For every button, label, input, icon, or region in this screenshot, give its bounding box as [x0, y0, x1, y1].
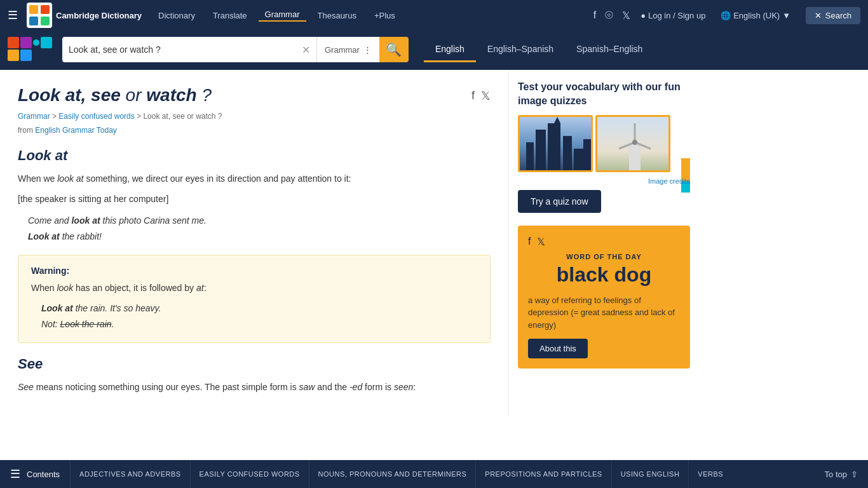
wotd-label: WORD OF THE DAY [528, 253, 680, 261]
nav-thesaurus[interactable]: Thesaurus [311, 11, 363, 20]
search-bar-section: ✕ Grammar ⋮ 🔍 English English–Spanish Sp… [0, 30, 868, 70]
warning-box: Warning: When look has an object, it is … [18, 255, 491, 343]
breadcrumb: Grammar > Easily confused words > Look a… [18, 112, 491, 121]
breadcrumb-grammar[interactable]: Grammar [18, 112, 50, 121]
language-selector[interactable]: 🌐 English (UK) ▼ [721, 11, 790, 20]
section-look-at-title: Look at [18, 147, 491, 164]
quiz-box: Test your vocabulary with our fun image … [518, 80, 690, 213]
wotd-definition: a way of referring to feelings of depres… [528, 294, 680, 332]
quiz-image-windmill [595, 115, 670, 172]
grammar-today-link[interactable]: English Grammar Today [35, 126, 117, 135]
wotd-word: black dog [528, 263, 680, 287]
magnifier-icon: 🔍 [386, 42, 402, 57]
decorative-color-blocks [8, 37, 56, 62]
svg-rect-9 [563, 136, 572, 172]
svg-rect-7 [548, 123, 560, 172]
see-section: See See means noticing something using o… [18, 356, 491, 394]
hamburger-menu-icon[interactable]: ☰ [8, 8, 18, 22]
dictionary-tabs: English English–Spanish Spanish–English [424, 37, 654, 62]
svg-rect-1 [41, 5, 50, 14]
example-1: Come and look at this photo Carina sent … [28, 213, 491, 229]
logo[interactable]: Cambridge Dictionary [27, 3, 142, 28]
try-quiz-button[interactable]: Try a quiz now [518, 190, 601, 213]
globe-icon: 🌐 [721, 11, 731, 20]
quiz-images [518, 115, 690, 172]
warning-example-valid: Look at the rain. It's so heavy. [41, 301, 477, 316]
nav-translate[interactable]: Translate [207, 11, 254, 20]
svg-rect-3 [41, 17, 50, 25]
look-at-body: When we look at something, we direct our… [18, 172, 491, 186]
color-block-blue [20, 50, 32, 61]
warning-title: Warning: [31, 266, 477, 276]
svg-rect-13 [629, 142, 641, 172]
city-skyline-svg [520, 117, 593, 172]
search-go-button[interactable]: 🔍 [379, 37, 409, 62]
windmill-svg [597, 117, 670, 172]
nav-grammar[interactable]: Grammar [259, 10, 306, 22]
warning-body: When look has an object, it is followed … [31, 281, 477, 295]
tab-english-spanish[interactable]: English–Spanish [476, 37, 565, 62]
color-block-red [8, 37, 19, 48]
breadcrumb-current: Look at, see or watch ? [143, 112, 222, 121]
social-icons: f ⦾ 𝕏 [593, 10, 630, 22]
logo-text: Cambridge Dictionary [56, 11, 142, 20]
top-navigation: ☰ Cambridge Dictionary Dictionary Transl… [0, 0, 868, 30]
svg-point-17 [632, 140, 637, 145]
wotd-social-icons: f 𝕏 [528, 236, 680, 248]
tab-english[interactable]: English [424, 37, 476, 62]
facebook-icon[interactable]: f [593, 10, 596, 21]
color-block-purple [20, 37, 32, 48]
main-layout: Look at, see or watch ? f 𝕏 Grammar > Ea… [0, 70, 868, 416]
close-icon: ✕ [815, 11, 822, 20]
page-title-watch: watch [146, 85, 196, 105]
twitter-share-icon[interactable]: 𝕏 [481, 89, 491, 103]
svg-rect-5 [526, 142, 534, 172]
look-at-examples: Come and look at this photo Carina sent … [18, 213, 491, 245]
grammar-filter-pill[interactable]: Grammar ⋮ [316, 37, 379, 62]
color-block-orange [8, 50, 19, 61]
facebook-share-icon[interactable]: f [471, 89, 475, 103]
wotd-facebook-icon[interactable]: f [528, 236, 531, 248]
page-title-em: Look at, see [18, 85, 121, 105]
content-area: Look at, see or watch ? f 𝕏 Grammar > Ea… [0, 70, 508, 416]
page-title: Look at, see or watch ? [18, 85, 212, 105]
color-block-cyan [41, 37, 52, 48]
section-see-title: See [18, 356, 491, 372]
title-row: Look at, see or watch ? f 𝕏 [18, 85, 491, 112]
twitter-icon[interactable]: 𝕏 [622, 10, 630, 22]
login-button[interactable]: ● Log in / Sign up [641, 11, 705, 20]
about-this-button[interactable]: About this [528, 339, 588, 358]
right-sidebar: Test your vocabulary with our fun image … [508, 70, 699, 416]
options-icon: ⋮ [363, 45, 372, 55]
svg-rect-6 [536, 130, 546, 172]
image-credits-link[interactable]: Image credits [518, 177, 690, 185]
look-at-note: [the speaker is sitting at her computer] [18, 192, 491, 206]
quiz-image-city [518, 115, 593, 172]
instagram-icon[interactable]: ⦾ [605, 10, 613, 21]
clear-search-icon[interactable]: ✕ [302, 44, 310, 56]
svg-rect-0 [29, 5, 38, 14]
bottom-spacer [0, 416, 868, 454]
tab-spanish-english[interactable]: Spanish–English [565, 37, 654, 62]
search-input[interactable] [69, 44, 299, 55]
from-source: from English Grammar Today [18, 126, 491, 135]
share-icons: f 𝕏 [471, 89, 491, 103]
wotd-twitter-icon[interactable]: 𝕏 [537, 236, 545, 248]
user-icon: ● [641, 11, 646, 20]
svg-rect-11 [583, 139, 591, 172]
example-2: Look at the rabbit! [28, 229, 491, 245]
color-block-cyan-circle [33, 39, 39, 46]
word-of-the-day-box: f 𝕏 WORD OF THE DAY black dog a way of r… [518, 226, 690, 369]
search-input-wrapper: ✕ [62, 37, 316, 62]
search-top-button[interactable]: ✕ Contents Search [806, 7, 860, 24]
nav-plus[interactable]: +Plus [368, 11, 402, 20]
warning-example-invalid: Not: Look the rain. [41, 316, 477, 332]
quiz-title: Test your vocabulary with our fun image … [518, 80, 690, 109]
warning-examples: Look at the rain. It's so heavy. Not: Lo… [31, 301, 477, 332]
svg-rect-2 [29, 17, 38, 25]
breadcrumb-confused[interactable]: Easily confused words [58, 112, 134, 121]
nav-dictionary[interactable]: Dictionary [152, 11, 201, 20]
logo-image [27, 3, 52, 28]
chevron-down-icon: ▼ [782, 11, 790, 20]
strikethrough-text: Look the rain [60, 319, 112, 329]
